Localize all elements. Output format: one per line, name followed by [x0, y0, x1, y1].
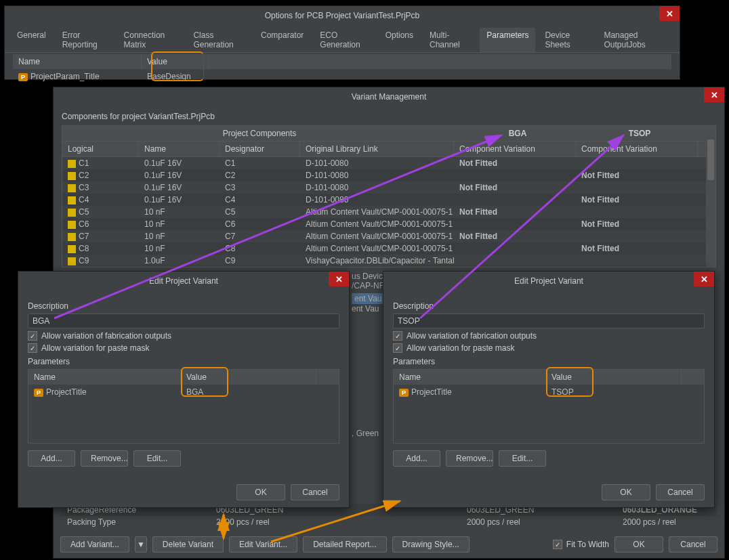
component-icon: [68, 160, 76, 168]
evr-param-row[interactable]: PProjectTitle TSOP: [394, 385, 704, 400]
tab-eco-generation[interactable]: ECO Generation: [313, 28, 375, 52]
table-row[interactable]: C10.1uF 16VC1D-101-0080Not Fitted: [62, 157, 715, 169]
evr-allow-fab[interactable]: ✓Allow variation of fabrication outputs: [393, 331, 705, 341]
tab-comparator[interactable]: Comparator: [254, 28, 310, 52]
drawing-style-button[interactable]: Drawing Style...: [392, 536, 470, 553]
options-param-row[interactable]: PProjectParam_Title BaseDesign: [13, 69, 671, 84]
vm-title: Variant Management: [352, 92, 427, 102]
param-icon: P: [399, 389, 409, 397]
component-icon: [68, 172, 76, 180]
vm-col-var2[interactable]: Component Variation: [576, 142, 698, 156]
table-row[interactable]: C40.1uF 16VC4D-101-0080Not Fitted: [62, 194, 715, 206]
footer-row-packing: Packing Type 2000 pcs / reel 2000 pcs / …: [62, 516, 716, 528]
evl-params-label: Parameters: [28, 357, 339, 366]
evl-remove-button[interactable]: Remove...: [81, 450, 128, 467]
options-col-value[interactable]: Value: [142, 54, 209, 69]
evr-cancel-button[interactable]: Cancel: [656, 484, 705, 500]
evr-col-name[interactable]: Name: [394, 370, 546, 385]
evl-param-row[interactable]: PProjectTitle BGA: [28, 385, 339, 400]
evl-titlebar: Edit Project Variant ✕: [18, 272, 349, 290]
evr-desc-label: Description: [393, 301, 705, 311]
component-icon: [68, 184, 76, 192]
delete-variant-button[interactable]: Delete Variant: [152, 536, 224, 553]
vm-col-var1[interactable]: Component Variation: [454, 142, 576, 156]
options-tabs: General Error Reporting Connection Matri…: [5, 25, 680, 53]
vm-titlebar: Variant Management ✕: [54, 87, 724, 106]
evl-col-name[interactable]: Name: [28, 370, 181, 385]
table-row[interactable]: C20.1uF 16VC2D-101-0080Not Fitted: [62, 169, 715, 181]
options-param-value: BaseDesign: [142, 70, 209, 83]
vm-header-tsop[interactable]: TSOP: [579, 126, 701, 141]
vm-cancel-button[interactable]: Cancel: [669, 536, 717, 553]
options-param-name: ProjectParam_Title: [30, 72, 100, 81]
component-icon: [68, 196, 76, 204]
vm-col-lib[interactable]: Original Library Link: [300, 142, 454, 156]
vm-col-name[interactable]: Name: [139, 142, 220, 156]
evr-edit-button[interactable]: Edit...: [499, 450, 546, 467]
options-title: Options for PCB Project VariantTest.PrjP…: [265, 11, 420, 20]
table-row[interactable]: C30.1uF 16VC3D-101-0080Not Fitted: [62, 181, 715, 194]
param-icon: P: [18, 73, 28, 81]
table-row[interactable]: C610 nFC6Altium Content Vault/CMP-0001-0…: [62, 218, 715, 230]
evr-desc-input[interactable]: [393, 314, 705, 328]
scrollbar-thumb[interactable]: [707, 139, 714, 180]
component-icon: [68, 257, 76, 265]
edit-variant-button[interactable]: Edit Variant...: [229, 536, 297, 553]
component-icon: [68, 209, 76, 217]
tab-error-reporting[interactable]: Error Reporting: [56, 28, 114, 52]
evl-desc-input[interactable]: [28, 314, 339, 328]
edit-variant-left-window: Edit Project Variant ✕ Description ✓Allo…: [18, 271, 350, 508]
detailed-report-button[interactable]: Detailed Report...: [303, 536, 386, 553]
options-col-name[interactable]: Name: [13, 54, 142, 69]
evl-cancel-button[interactable]: Cancel: [291, 484, 339, 500]
tab-parameters[interactable]: Parameters: [480, 28, 535, 52]
table-row[interactable]: C710 nFC7Altium Content Vault/CMP-0001-0…: [62, 230, 715, 242]
close-icon[interactable]: ✕: [694, 272, 714, 286]
evl-add-button[interactable]: Add...: [28, 450, 75, 467]
vm-subtitle: Components for project VariantTest.PrjPc…: [62, 112, 716, 121]
evr-title: Edit Project Variant: [514, 276, 583, 286]
evl-ok-button[interactable]: OK: [236, 484, 285, 500]
evl-desc-label: Description: [28, 301, 339, 311]
component-icon: [68, 221, 76, 229]
vm-ok-button[interactable]: OK: [615, 536, 663, 553]
close-icon[interactable]: ✕: [704, 87, 724, 102]
tab-connection-matrix[interactable]: Connection Matrix: [117, 28, 184, 52]
table-row[interactable]: C810 nFC8Altium Content Vault/CMP-0001-0…: [62, 242, 715, 255]
evr-titlebar: Edit Project Variant ✕: [383, 272, 714, 290]
scrollbar[interactable]: [706, 126, 715, 267]
fit-to-width-checkbox[interactable]: ✓Fit To Width: [553, 540, 609, 549]
add-variant-dropdown[interactable]: ▼: [135, 536, 147, 553]
evl-allow-paste[interactable]: ✓Allow variation for paste mask: [28, 343, 339, 353]
tab-managed-outputjobs[interactable]: Managed OutputJobs: [597, 28, 674, 52]
evr-params-label: Parameters: [393, 357, 705, 366]
close-icon[interactable]: ✕: [659, 6, 680, 21]
add-variant-button[interactable]: Add Variant...: [60, 536, 129, 553]
evl-edit-button[interactable]: Edit...: [133, 450, 181, 467]
evr-remove-button[interactable]: Remove...: [446, 450, 493, 467]
options-titlebar: Options for PCB Project VariantTest.PrjP…: [5, 6, 680, 25]
options-window: Options for PCB Project VariantTest.PrjP…: [4, 5, 680, 80]
evr-ok-button[interactable]: OK: [602, 484, 650, 500]
component-icon: [68, 245, 76, 253]
evr-col-value[interactable]: Value: [546, 370, 682, 385]
tab-device-sheets[interactable]: Device Sheets: [538, 28, 594, 52]
evl-allow-fab[interactable]: ✓Allow variation of fabrication outputs: [28, 331, 339, 341]
evr-add-button[interactable]: Add...: [393, 450, 440, 467]
component-icon: [68, 233, 76, 241]
table-row[interactable]: C510 nFC5Altium Content Vault/CMP-0001-0…: [62, 206, 715, 218]
evl-col-value[interactable]: Value: [181, 370, 316, 385]
vm-col-logical[interactable]: Logical: [62, 142, 139, 156]
evr-allow-paste[interactable]: ✓Allow variation for paste mask: [393, 343, 705, 353]
vm-col-designator[interactable]: Designator: [220, 142, 300, 156]
table-row[interactable]: C91.0uFC9VishayCapacitor.DBLib/Capacitor…: [62, 255, 715, 267]
tab-general[interactable]: General: [10, 28, 53, 52]
tab-class-generation[interactable]: Class Generation: [186, 28, 251, 52]
vm-header-project-components: Project Components: [62, 126, 457, 141]
close-icon[interactable]: ✕: [329, 272, 349, 286]
evl-title: Edit Project Variant: [149, 276, 218, 286]
tab-multi-channel[interactable]: Multi-Channel: [423, 28, 477, 52]
tab-options[interactable]: Options: [379, 28, 420, 52]
edit-variant-right-window: Edit Project Variant ✕ Description ✓Allo…: [383, 271, 715, 508]
vm-header-bga[interactable]: BGA: [457, 126, 579, 141]
